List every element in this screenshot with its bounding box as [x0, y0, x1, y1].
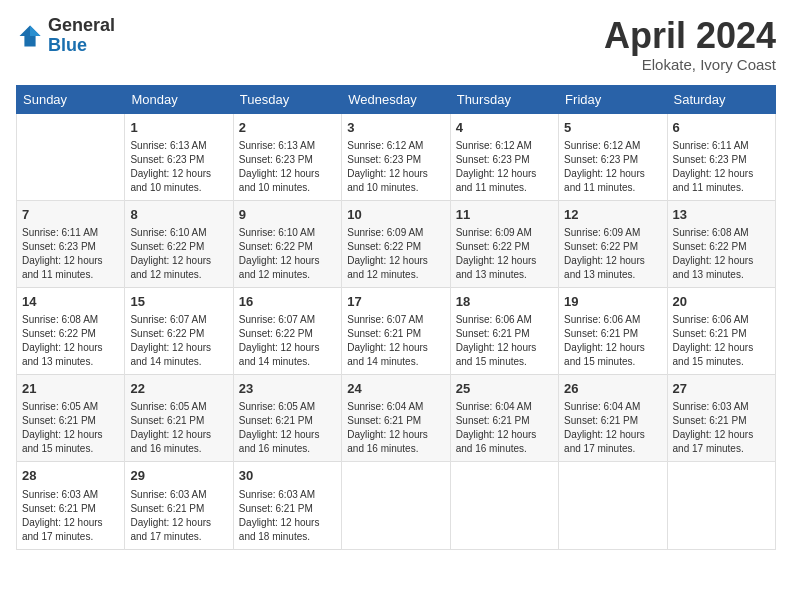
calendar-header-cell: Tuesday — [233, 85, 341, 113]
day-number: 16 — [239, 293, 336, 311]
calendar-day-cell — [342, 462, 450, 549]
calendar-header-cell: Wednesday — [342, 85, 450, 113]
day-info: Sunrise: 6:09 AM Sunset: 6:22 PM Dayligh… — [456, 226, 553, 282]
day-number: 28 — [22, 467, 119, 485]
calendar-day-cell: 12Sunrise: 6:09 AM Sunset: 6:22 PM Dayli… — [559, 200, 667, 287]
calendar-week-row: 1Sunrise: 6:13 AM Sunset: 6:23 PM Daylig… — [17, 113, 776, 200]
day-info: Sunrise: 6:03 AM Sunset: 6:21 PM Dayligh… — [22, 488, 119, 544]
calendar-day-cell: 21Sunrise: 6:05 AM Sunset: 6:21 PM Dayli… — [17, 375, 125, 462]
day-number: 11 — [456, 206, 553, 224]
title-block: April 2024 Elokate, Ivory Coast — [604, 16, 776, 73]
day-info: Sunrise: 6:12 AM Sunset: 6:23 PM Dayligh… — [456, 139, 553, 195]
calendar-day-cell: 11Sunrise: 6:09 AM Sunset: 6:22 PM Dayli… — [450, 200, 558, 287]
day-info: Sunrise: 6:07 AM Sunset: 6:22 PM Dayligh… — [130, 313, 227, 369]
calendar-header-row: SundayMondayTuesdayWednesdayThursdayFrid… — [17, 85, 776, 113]
calendar-table: SundayMondayTuesdayWednesdayThursdayFrid… — [16, 85, 776, 550]
day-info: Sunrise: 6:09 AM Sunset: 6:22 PM Dayligh… — [347, 226, 444, 282]
day-info: Sunrise: 6:10 AM Sunset: 6:22 PM Dayligh… — [130, 226, 227, 282]
logo: General Blue — [16, 16, 115, 56]
day-info: Sunrise: 6:13 AM Sunset: 6:23 PM Dayligh… — [130, 139, 227, 195]
calendar-week-row: 28Sunrise: 6:03 AM Sunset: 6:21 PM Dayli… — [17, 462, 776, 549]
day-number: 29 — [130, 467, 227, 485]
day-number: 6 — [673, 119, 770, 137]
day-number: 12 — [564, 206, 661, 224]
day-number: 5 — [564, 119, 661, 137]
day-number: 20 — [673, 293, 770, 311]
day-info: Sunrise: 6:04 AM Sunset: 6:21 PM Dayligh… — [347, 400, 444, 456]
calendar-header-cell: Saturday — [667, 85, 775, 113]
calendar-day-cell: 30Sunrise: 6:03 AM Sunset: 6:21 PM Dayli… — [233, 462, 341, 549]
day-number: 4 — [456, 119, 553, 137]
day-number: 30 — [239, 467, 336, 485]
calendar-week-row: 21Sunrise: 6:05 AM Sunset: 6:21 PM Dayli… — [17, 375, 776, 462]
location: Elokate, Ivory Coast — [604, 56, 776, 73]
calendar-day-cell: 3Sunrise: 6:12 AM Sunset: 6:23 PM Daylig… — [342, 113, 450, 200]
day-number: 14 — [22, 293, 119, 311]
day-info: Sunrise: 6:13 AM Sunset: 6:23 PM Dayligh… — [239, 139, 336, 195]
calendar-day-cell: 1Sunrise: 6:13 AM Sunset: 6:23 PM Daylig… — [125, 113, 233, 200]
svg-marker-1 — [30, 25, 41, 36]
calendar-day-cell: 17Sunrise: 6:07 AM Sunset: 6:21 PM Dayli… — [342, 287, 450, 374]
calendar-day-cell: 13Sunrise: 6:08 AM Sunset: 6:22 PM Dayli… — [667, 200, 775, 287]
day-number: 19 — [564, 293, 661, 311]
day-number: 23 — [239, 380, 336, 398]
logo-blue: Blue — [48, 35, 87, 55]
day-info: Sunrise: 6:05 AM Sunset: 6:21 PM Dayligh… — [239, 400, 336, 456]
day-info: Sunrise: 6:07 AM Sunset: 6:22 PM Dayligh… — [239, 313, 336, 369]
calendar-day-cell: 24Sunrise: 6:04 AM Sunset: 6:21 PM Dayli… — [342, 375, 450, 462]
logo-icon — [16, 22, 44, 50]
day-info: Sunrise: 6:09 AM Sunset: 6:22 PM Dayligh… — [564, 226, 661, 282]
month-title: April 2024 — [604, 16, 776, 56]
day-number: 8 — [130, 206, 227, 224]
day-number: 13 — [673, 206, 770, 224]
day-info: Sunrise: 6:07 AM Sunset: 6:21 PM Dayligh… — [347, 313, 444, 369]
day-info: Sunrise: 6:04 AM Sunset: 6:21 PM Dayligh… — [564, 400, 661, 456]
calendar-day-cell: 2Sunrise: 6:13 AM Sunset: 6:23 PM Daylig… — [233, 113, 341, 200]
day-info: Sunrise: 6:06 AM Sunset: 6:21 PM Dayligh… — [673, 313, 770, 369]
calendar-header-cell: Friday — [559, 85, 667, 113]
day-number: 27 — [673, 380, 770, 398]
calendar-day-cell: 15Sunrise: 6:07 AM Sunset: 6:22 PM Dayli… — [125, 287, 233, 374]
day-info: Sunrise: 6:04 AM Sunset: 6:21 PM Dayligh… — [456, 400, 553, 456]
day-info: Sunrise: 6:11 AM Sunset: 6:23 PM Dayligh… — [22, 226, 119, 282]
calendar-body: 1Sunrise: 6:13 AM Sunset: 6:23 PM Daylig… — [17, 113, 776, 549]
calendar-day-cell: 26Sunrise: 6:04 AM Sunset: 6:21 PM Dayli… — [559, 375, 667, 462]
calendar-day-cell: 6Sunrise: 6:11 AM Sunset: 6:23 PM Daylig… — [667, 113, 775, 200]
day-number: 17 — [347, 293, 444, 311]
day-number: 15 — [130, 293, 227, 311]
calendar-day-cell: 29Sunrise: 6:03 AM Sunset: 6:21 PM Dayli… — [125, 462, 233, 549]
calendar-week-row: 7Sunrise: 6:11 AM Sunset: 6:23 PM Daylig… — [17, 200, 776, 287]
day-number: 24 — [347, 380, 444, 398]
calendar-day-cell: 7Sunrise: 6:11 AM Sunset: 6:23 PM Daylig… — [17, 200, 125, 287]
day-number: 22 — [130, 380, 227, 398]
calendar-week-row: 14Sunrise: 6:08 AM Sunset: 6:22 PM Dayli… — [17, 287, 776, 374]
calendar-day-cell: 18Sunrise: 6:06 AM Sunset: 6:21 PM Dayli… — [450, 287, 558, 374]
calendar-day-cell — [559, 462, 667, 549]
day-number: 1 — [130, 119, 227, 137]
calendar-day-cell: 8Sunrise: 6:10 AM Sunset: 6:22 PM Daylig… — [125, 200, 233, 287]
day-number: 25 — [456, 380, 553, 398]
calendar-day-cell: 16Sunrise: 6:07 AM Sunset: 6:22 PM Dayli… — [233, 287, 341, 374]
day-number: 2 — [239, 119, 336, 137]
calendar-day-cell — [450, 462, 558, 549]
day-info: Sunrise: 6:08 AM Sunset: 6:22 PM Dayligh… — [22, 313, 119, 369]
calendar-day-cell: 27Sunrise: 6:03 AM Sunset: 6:21 PM Dayli… — [667, 375, 775, 462]
calendar-day-cell — [17, 113, 125, 200]
calendar-day-cell — [667, 462, 775, 549]
calendar-day-cell: 9Sunrise: 6:10 AM Sunset: 6:22 PM Daylig… — [233, 200, 341, 287]
day-number: 10 — [347, 206, 444, 224]
day-number: 9 — [239, 206, 336, 224]
calendar-day-cell: 25Sunrise: 6:04 AM Sunset: 6:21 PM Dayli… — [450, 375, 558, 462]
day-info: Sunrise: 6:12 AM Sunset: 6:23 PM Dayligh… — [564, 139, 661, 195]
calendar-header-cell: Thursday — [450, 85, 558, 113]
calendar-day-cell: 4Sunrise: 6:12 AM Sunset: 6:23 PM Daylig… — [450, 113, 558, 200]
day-info: Sunrise: 6:08 AM Sunset: 6:22 PM Dayligh… — [673, 226, 770, 282]
logo-text: General Blue — [48, 16, 115, 56]
calendar-day-cell: 5Sunrise: 6:12 AM Sunset: 6:23 PM Daylig… — [559, 113, 667, 200]
calendar-day-cell: 20Sunrise: 6:06 AM Sunset: 6:21 PM Dayli… — [667, 287, 775, 374]
day-info: Sunrise: 6:10 AM Sunset: 6:22 PM Dayligh… — [239, 226, 336, 282]
calendar-day-cell: 10Sunrise: 6:09 AM Sunset: 6:22 PM Dayli… — [342, 200, 450, 287]
day-info: Sunrise: 6:03 AM Sunset: 6:21 PM Dayligh… — [239, 488, 336, 544]
day-info: Sunrise: 6:11 AM Sunset: 6:23 PM Dayligh… — [673, 139, 770, 195]
calendar-day-cell: 14Sunrise: 6:08 AM Sunset: 6:22 PM Dayli… — [17, 287, 125, 374]
